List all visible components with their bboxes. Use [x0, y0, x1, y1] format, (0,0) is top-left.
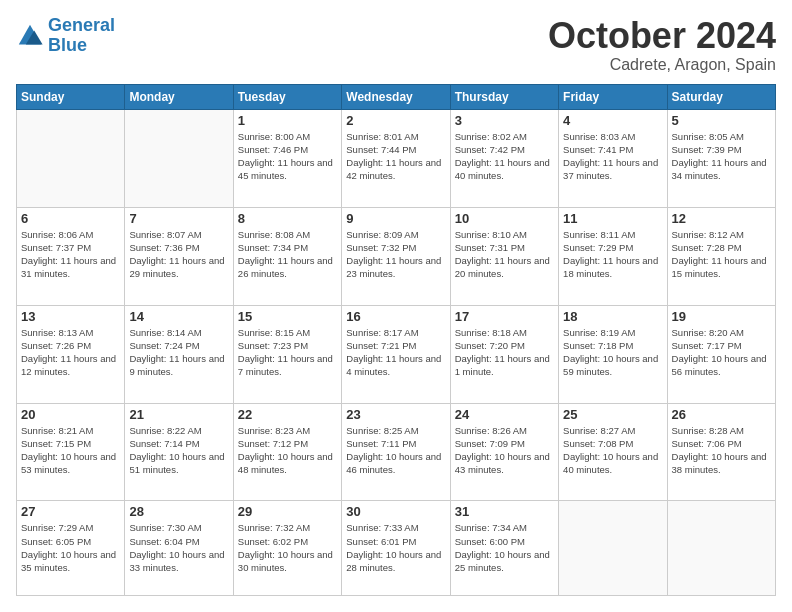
- day-number: 4: [563, 113, 662, 128]
- table-row: 14Sunrise: 8:14 AMSunset: 7:24 PMDayligh…: [125, 305, 233, 403]
- day-info: Sunrise: 8:03 AMSunset: 7:41 PMDaylight:…: [563, 130, 662, 183]
- table-row: 18Sunrise: 8:19 AMSunset: 7:18 PMDayligh…: [559, 305, 667, 403]
- day-info: Sunrise: 8:23 AMSunset: 7:12 PMDaylight:…: [238, 424, 337, 477]
- day-info: Sunrise: 7:33 AMSunset: 6:01 PMDaylight:…: [346, 521, 445, 574]
- day-info: Sunrise: 7:32 AMSunset: 6:02 PMDaylight:…: [238, 521, 337, 574]
- table-row: 8Sunrise: 8:08 AMSunset: 7:34 PMDaylight…: [233, 207, 341, 305]
- day-number: 8: [238, 211, 337, 226]
- day-number: 1: [238, 113, 337, 128]
- day-number: 29: [238, 504, 337, 519]
- table-row: 17Sunrise: 8:18 AMSunset: 7:20 PMDayligh…: [450, 305, 558, 403]
- table-row: 3Sunrise: 8:02 AMSunset: 7:42 PMDaylight…: [450, 109, 558, 207]
- table-row: 1Sunrise: 8:00 AMSunset: 7:46 PMDaylight…: [233, 109, 341, 207]
- day-info: Sunrise: 8:15 AMSunset: 7:23 PMDaylight:…: [238, 326, 337, 379]
- logo-line1: General: [48, 15, 115, 35]
- day-number: 3: [455, 113, 554, 128]
- day-number: 18: [563, 309, 662, 324]
- col-thursday: Thursday: [450, 84, 558, 109]
- title-block: October 2024 Cadrete, Aragon, Spain: [548, 16, 776, 74]
- day-info: Sunrise: 8:18 AMSunset: 7:20 PMDaylight:…: [455, 326, 554, 379]
- day-number: 5: [672, 113, 771, 128]
- col-sunday: Sunday: [17, 84, 125, 109]
- day-info: Sunrise: 8:05 AMSunset: 7:39 PMDaylight:…: [672, 130, 771, 183]
- logo-line2: Blue: [48, 35, 87, 55]
- day-info: Sunrise: 8:13 AMSunset: 7:26 PMDaylight:…: [21, 326, 120, 379]
- day-info: Sunrise: 8:07 AMSunset: 7:36 PMDaylight:…: [129, 228, 228, 281]
- table-row: 20Sunrise: 8:21 AMSunset: 7:15 PMDayligh…: [17, 403, 125, 501]
- table-row: 16Sunrise: 8:17 AMSunset: 7:21 PMDayligh…: [342, 305, 450, 403]
- table-row: 25Sunrise: 8:27 AMSunset: 7:08 PMDayligh…: [559, 403, 667, 501]
- day-info: Sunrise: 8:11 AMSunset: 7:29 PMDaylight:…: [563, 228, 662, 281]
- day-info: Sunrise: 8:28 AMSunset: 7:06 PMDaylight:…: [672, 424, 771, 477]
- day-number: 16: [346, 309, 445, 324]
- col-monday: Monday: [125, 84, 233, 109]
- table-row: 9Sunrise: 8:09 AMSunset: 7:32 PMDaylight…: [342, 207, 450, 305]
- day-info: Sunrise: 8:09 AMSunset: 7:32 PMDaylight:…: [346, 228, 445, 281]
- day-number: 25: [563, 407, 662, 422]
- day-info: Sunrise: 8:02 AMSunset: 7:42 PMDaylight:…: [455, 130, 554, 183]
- day-number: 9: [346, 211, 445, 226]
- day-number: 24: [455, 407, 554, 422]
- day-info: Sunrise: 8:00 AMSunset: 7:46 PMDaylight:…: [238, 130, 337, 183]
- day-number: 2: [346, 113, 445, 128]
- table-row: [17, 109, 125, 207]
- day-info: Sunrise: 8:27 AMSunset: 7:08 PMDaylight:…: [563, 424, 662, 477]
- day-info: Sunrise: 8:22 AMSunset: 7:14 PMDaylight:…: [129, 424, 228, 477]
- day-number: 10: [455, 211, 554, 226]
- day-number: 26: [672, 407, 771, 422]
- day-number: 30: [346, 504, 445, 519]
- col-friday: Friday: [559, 84, 667, 109]
- day-number: 14: [129, 309, 228, 324]
- table-row: 26Sunrise: 8:28 AMSunset: 7:06 PMDayligh…: [667, 403, 775, 501]
- day-info: Sunrise: 7:34 AMSunset: 6:00 PMDaylight:…: [455, 521, 554, 574]
- day-number: 19: [672, 309, 771, 324]
- day-number: 22: [238, 407, 337, 422]
- table-row: 5Sunrise: 8:05 AMSunset: 7:39 PMDaylight…: [667, 109, 775, 207]
- day-number: 23: [346, 407, 445, 422]
- day-info: Sunrise: 7:30 AMSunset: 6:04 PMDaylight:…: [129, 521, 228, 574]
- table-row: [559, 501, 667, 596]
- month-title: October 2024: [548, 16, 776, 56]
- day-info: Sunrise: 8:08 AMSunset: 7:34 PMDaylight:…: [238, 228, 337, 281]
- table-row: 7Sunrise: 8:07 AMSunset: 7:36 PMDaylight…: [125, 207, 233, 305]
- table-row: 13Sunrise: 8:13 AMSunset: 7:26 PMDayligh…: [17, 305, 125, 403]
- day-number: 27: [21, 504, 120, 519]
- day-info: Sunrise: 8:25 AMSunset: 7:11 PMDaylight:…: [346, 424, 445, 477]
- table-row: 2Sunrise: 8:01 AMSunset: 7:44 PMDaylight…: [342, 109, 450, 207]
- logo-text: General Blue: [48, 16, 115, 56]
- table-row: 4Sunrise: 8:03 AMSunset: 7:41 PMDaylight…: [559, 109, 667, 207]
- logo: General Blue: [16, 16, 115, 56]
- page: General Blue October 2024 Cadrete, Arago…: [0, 0, 792, 612]
- day-number: 13: [21, 309, 120, 324]
- day-info: Sunrise: 8:20 AMSunset: 7:17 PMDaylight:…: [672, 326, 771, 379]
- day-info: Sunrise: 8:17 AMSunset: 7:21 PMDaylight:…: [346, 326, 445, 379]
- day-number: 31: [455, 504, 554, 519]
- table-row: 27Sunrise: 7:29 AMSunset: 6:05 PMDayligh…: [17, 501, 125, 596]
- day-info: Sunrise: 8:10 AMSunset: 7:31 PMDaylight:…: [455, 228, 554, 281]
- header: General Blue October 2024 Cadrete, Arago…: [16, 16, 776, 74]
- table-row: 15Sunrise: 8:15 AMSunset: 7:23 PMDayligh…: [233, 305, 341, 403]
- day-number: 21: [129, 407, 228, 422]
- day-number: 15: [238, 309, 337, 324]
- logo-icon: [16, 22, 44, 50]
- day-info: Sunrise: 8:21 AMSunset: 7:15 PMDaylight:…: [21, 424, 120, 477]
- col-wednesday: Wednesday: [342, 84, 450, 109]
- day-info: Sunrise: 8:12 AMSunset: 7:28 PMDaylight:…: [672, 228, 771, 281]
- day-info: Sunrise: 8:26 AMSunset: 7:09 PMDaylight:…: [455, 424, 554, 477]
- table-row: 31Sunrise: 7:34 AMSunset: 6:00 PMDayligh…: [450, 501, 558, 596]
- day-number: 20: [21, 407, 120, 422]
- day-info: Sunrise: 7:29 AMSunset: 6:05 PMDaylight:…: [21, 521, 120, 574]
- table-row: 22Sunrise: 8:23 AMSunset: 7:12 PMDayligh…: [233, 403, 341, 501]
- table-row: 24Sunrise: 8:26 AMSunset: 7:09 PMDayligh…: [450, 403, 558, 501]
- table-row: [125, 109, 233, 207]
- day-number: 28: [129, 504, 228, 519]
- day-number: 6: [21, 211, 120, 226]
- day-number: 17: [455, 309, 554, 324]
- table-row: 19Sunrise: 8:20 AMSunset: 7:17 PMDayligh…: [667, 305, 775, 403]
- table-row: 21Sunrise: 8:22 AMSunset: 7:14 PMDayligh…: [125, 403, 233, 501]
- calendar: Sunday Monday Tuesday Wednesday Thursday…: [16, 84, 776, 596]
- table-row: 10Sunrise: 8:10 AMSunset: 7:31 PMDayligh…: [450, 207, 558, 305]
- day-info: Sunrise: 8:19 AMSunset: 7:18 PMDaylight:…: [563, 326, 662, 379]
- table-row: 6Sunrise: 8:06 AMSunset: 7:37 PMDaylight…: [17, 207, 125, 305]
- day-info: Sunrise: 8:01 AMSunset: 7:44 PMDaylight:…: [346, 130, 445, 183]
